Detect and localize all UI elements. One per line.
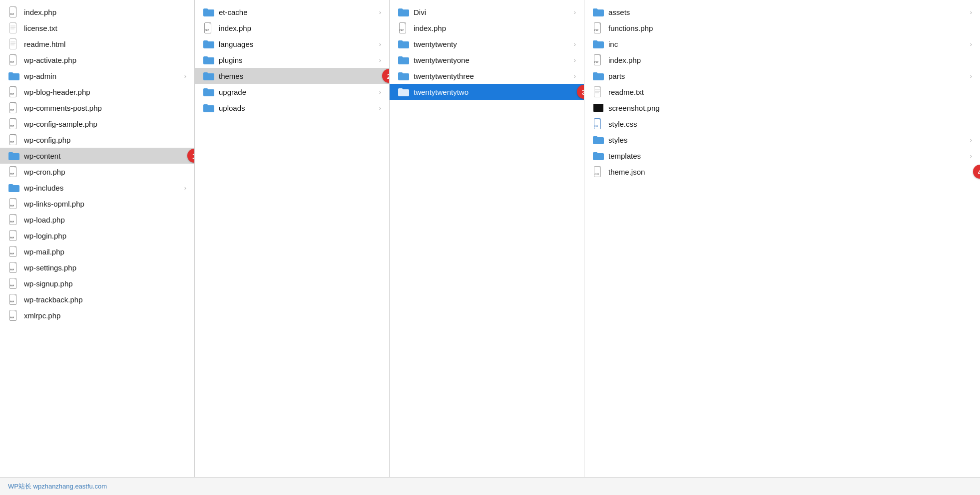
php-file-icon: PHP <box>8 135 20 145</box>
item-label: parts <box>608 72 625 80</box>
item-label: twentytwentythree <box>414 72 474 80</box>
file-item-readme-html[interactable]: readme.html <box>0 36 194 52</box>
file-item-xmlrpc-php[interactable]: PHP xmlrpc.php <box>0 307 194 323</box>
svg-rect-24 <box>10 215 16 225</box>
file-item-wp-login-php[interactable]: PHP wp-login.php <box>0 228 194 244</box>
file-item-wp-config-sample-php[interactable]: PHP wp-config-sample.php <box>0 116 194 132</box>
css-file-icon: CSS <box>592 119 604 129</box>
file-item-divi[interactable]: Divi › <box>390 4 584 20</box>
php-file-icon: PHP <box>592 23 604 33</box>
chevron-icon: › <box>379 104 381 112</box>
svg-text:PHP: PHP <box>10 205 14 207</box>
file-item-index-php-4[interactable]: PHP index.php <box>584 52 980 68</box>
svg-rect-26 <box>10 231 16 241</box>
item-label: templates <box>608 152 641 160</box>
file-item-index-php-3[interactable]: PHP index.php <box>390 20 584 36</box>
file-item-uploads[interactable]: uploads › <box>195 100 389 116</box>
chevron-icon: › <box>379 88 381 96</box>
item-label: screenshot.png <box>608 104 660 112</box>
php-file-icon: PHP <box>398 23 410 33</box>
file-item-style-css[interactable]: CSS style.css <box>584 116 980 132</box>
file-item-functions-php[interactable]: PHP functions.php <box>584 20 980 36</box>
folder-icon <box>8 71 20 81</box>
file-item-et-cache[interactable]: et-cache › <box>195 4 389 20</box>
folder-icon <box>203 55 215 65</box>
file-item-twentytwenty[interactable]: twentytwenty › <box>390 36 584 52</box>
file-item-themes[interactable]: themes 2 <box>195 68 389 84</box>
svg-text:PHP: PHP <box>10 316 14 319</box>
file-item-styles[interactable]: styles › <box>584 132 980 148</box>
item-label: theme.json <box>608 168 645 176</box>
item-label: wp-settings.php <box>24 263 76 272</box>
folder-icon <box>203 103 215 113</box>
file-item-wp-links-opml-php[interactable]: PHP wp-links-opml.php <box>0 196 194 212</box>
chevron-icon: › <box>379 40 381 48</box>
file-item-readme-txt[interactable]: readme.txt <box>584 84 980 100</box>
file-item-screenshot-png[interactable]: screenshot.png <box>584 100 980 116</box>
file-item-languages[interactable]: languages › <box>195 36 389 52</box>
file-item-wp-cron-php[interactable]: PHP wp-cron.php <box>0 164 194 180</box>
column-1: PHP index.php license.txt <box>0 0 195 477</box>
svg-text:PHP: PHP <box>10 141 14 143</box>
chevron-icon: › <box>574 72 576 80</box>
item-label: wp-config.php <box>24 136 70 144</box>
chevron-icon: › <box>970 72 972 80</box>
file-item-theme-json[interactable]: JSON theme.json 4 <box>584 164 980 180</box>
badge-4: 4 <box>973 165 980 179</box>
file-item-twentytwentyone[interactable]: twentytwentyone › <box>390 52 584 68</box>
item-label: readme.html <box>24 40 65 48</box>
item-label: style.css <box>608 120 637 128</box>
item-label: wp-load.php <box>24 216 65 224</box>
item-label: upgrade <box>219 88 246 96</box>
file-item-wp-settings-php[interactable]: PHP wp-settings.php <box>0 259 194 275</box>
php-file-icon: PHP <box>8 199 20 209</box>
svg-text:PHP: PHP <box>10 268 14 271</box>
file-item-wp-trackback-php[interactable]: PHP wp-trackback.php <box>0 291 194 307</box>
item-label: xmlrpc.php <box>24 311 60 320</box>
file-item-license-txt[interactable]: license.txt <box>0 20 194 36</box>
php-file-icon: PHP <box>8 167 20 177</box>
file-item-index-php[interactable]: PHP index.php <box>0 4 194 20</box>
svg-text:PHP: PHP <box>10 125 14 127</box>
file-item-plugins[interactable]: plugins › <box>195 52 389 68</box>
svg-rect-50 <box>593 104 603 112</box>
file-item-twentytwentythree[interactable]: twentytwentythree › <box>390 68 584 84</box>
file-item-wp-load-php[interactable]: PHP wp-load.php <box>0 212 194 228</box>
item-label: wp-includes <box>24 184 63 192</box>
file-item-wp-activate-php[interactable]: PHP wp-activate.php <box>0 52 194 68</box>
svg-rect-20 <box>10 167 16 177</box>
file-item-index-php-2[interactable]: PHP index.php <box>195 20 389 36</box>
file-item-wp-signup-php[interactable]: PHP wp-signup.php <box>0 275 194 291</box>
column-4: assets › PHP functions.php inc › <box>584 0 980 477</box>
php-file-icon: PHP <box>8 278 20 288</box>
svg-rect-22 <box>10 199 16 209</box>
file-item-templates[interactable]: templates › <box>584 148 980 164</box>
file-item-wp-content[interactable]: wp-content 1 <box>0 148 194 164</box>
file-item-wp-comments-post-php[interactable]: PHP wp-comments-post.php <box>0 100 194 116</box>
svg-rect-44 <box>594 55 601 65</box>
svg-rect-10 <box>10 55 16 65</box>
item-label: Divi <box>414 8 426 16</box>
file-item-wp-admin[interactable]: wp-admin › <box>0 68 194 84</box>
php-file-icon: PHP <box>592 55 604 65</box>
item-label: themes <box>219 72 243 80</box>
item-label: plugins <box>219 56 243 64</box>
file-item-assets[interactable]: assets › <box>584 4 980 20</box>
folder-icon <box>398 87 410 97</box>
item-label: index.php <box>24 8 56 16</box>
file-item-wp-mail-php[interactable]: PHP wp-mail.php <box>0 244 194 259</box>
folder-icon <box>203 87 215 97</box>
column-3: Divi › PHP index.php twentytwenty › <box>390 0 584 477</box>
file-item-wp-config-php[interactable]: PHP wp-config.php <box>0 132 194 148</box>
file-item-wp-includes[interactable]: wp-includes › <box>0 180 194 196</box>
folder-icon <box>8 183 20 193</box>
svg-text:PHP: PHP <box>10 93 14 95</box>
file-item-upgrade[interactable]: upgrade › <box>195 84 389 100</box>
file-item-inc[interactable]: inc › <box>584 36 980 52</box>
item-label: twentytwentyone <box>414 56 470 64</box>
file-item-twentytwentytwo[interactable]: twentytwentytwo 3 <box>390 84 584 100</box>
chevron-icon: › <box>574 56 576 64</box>
item-label: inc <box>608 40 618 48</box>
file-item-wp-blog-header-php[interactable]: PHP wp-blog-header.php <box>0 84 194 100</box>
file-item-parts[interactable]: parts › <box>584 68 980 84</box>
